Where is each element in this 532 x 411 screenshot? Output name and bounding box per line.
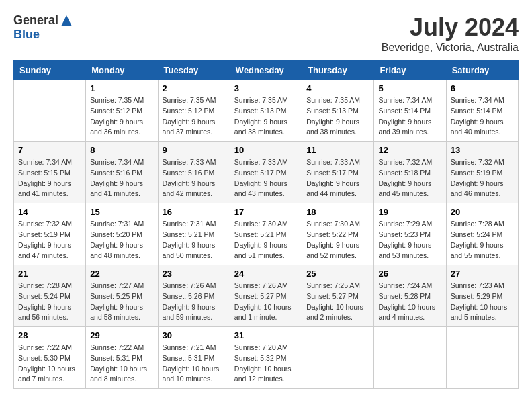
calendar-cell: 18Sunrise: 7:30 AMSunset: 5:22 PMDayligh… bbox=[302, 203, 374, 265]
calendar-cell: 6Sunrise: 7:34 AMSunset: 5:14 PMDaylight… bbox=[446, 80, 518, 142]
calendar-cell: 5Sunrise: 7:34 AMSunset: 5:14 PMDaylight… bbox=[374, 80, 446, 142]
day-info: Sunrise: 7:31 AMSunset: 5:20 PMDaylight:… bbox=[90, 219, 153, 261]
day-info: Sunrise: 7:23 AMSunset: 5:29 PMDaylight:… bbox=[451, 281, 514, 323]
day-number: 19 bbox=[378, 207, 441, 217]
day-info: Sunrise: 7:20 AMSunset: 5:32 PMDaylight:… bbox=[234, 342, 298, 385]
svg-marker-0 bbox=[61, 15, 72, 26]
day-number: 30 bbox=[163, 330, 226, 340]
day-number: 28 bbox=[18, 330, 81, 340]
calendar-cell: 20Sunrise: 7:28 AMSunset: 5:24 PMDayligh… bbox=[446, 203, 518, 265]
calendar-header-thursday: Thursday bbox=[302, 61, 374, 80]
calendar-cell: 26Sunrise: 7:24 AMSunset: 5:28 PMDayligh… bbox=[374, 265, 446, 327]
calendar-header-wednesday: Wednesday bbox=[230, 61, 302, 80]
day-info: Sunrise: 7:28 AMSunset: 5:24 PMDaylight:… bbox=[18, 281, 81, 323]
day-number: 16 bbox=[163, 207, 226, 217]
logo-blue-text: Blue bbox=[13, 28, 40, 42]
calendar-cell: 25Sunrise: 7:25 AMSunset: 5:27 PMDayligh… bbox=[302, 265, 374, 327]
day-info: Sunrise: 7:33 AMSunset: 5:17 PMDaylight:… bbox=[306, 157, 369, 199]
day-number: 12 bbox=[378, 145, 441, 155]
day-info: Sunrise: 7:33 AMSunset: 5:17 PMDaylight:… bbox=[234, 157, 298, 199]
day-info: Sunrise: 7:32 AMSunset: 5:18 PMDaylight:… bbox=[378, 157, 441, 199]
day-number: 23 bbox=[163, 269, 226, 279]
day-info: Sunrise: 7:26 AMSunset: 5:27 PMDaylight:… bbox=[234, 281, 298, 323]
calendar-header-sunday: Sunday bbox=[14, 61, 86, 80]
calendar-cell: 23Sunrise: 7:26 AMSunset: 5:26 PMDayligh… bbox=[158, 265, 230, 327]
day-number: 22 bbox=[90, 269, 153, 279]
day-info: Sunrise: 7:29 AMSunset: 5:23 PMDaylight:… bbox=[378, 219, 441, 261]
calendar-header-saturday: Saturday bbox=[446, 61, 518, 80]
logo-general-text: General bbox=[13, 13, 58, 28]
day-number: 10 bbox=[234, 145, 298, 155]
calendar-week-1: 1Sunrise: 7:35 AMSunset: 5:12 PMDaylight… bbox=[14, 80, 519, 142]
calendar-cell bbox=[374, 327, 446, 389]
calendar-cell: 19Sunrise: 7:29 AMSunset: 5:23 PMDayligh… bbox=[374, 203, 446, 265]
day-number: 31 bbox=[234, 330, 298, 340]
day-info: Sunrise: 7:30 AMSunset: 5:21 PMDaylight:… bbox=[234, 219, 298, 261]
calendar-cell: 4Sunrise: 7:35 AMSunset: 5:13 PMDaylight… bbox=[302, 80, 374, 142]
calendar-cell: 8Sunrise: 7:34 AMSunset: 5:16 PMDaylight… bbox=[86, 142, 158, 203]
calendar-table: SundayMondayTuesdayWednesdayThursdayFrid… bbox=[13, 60, 519, 389]
calendar-cell: 17Sunrise: 7:30 AMSunset: 5:21 PMDayligh… bbox=[230, 203, 302, 265]
calendar-cell: 3Sunrise: 7:35 AMSunset: 5:13 PMDaylight… bbox=[230, 80, 302, 142]
day-info: Sunrise: 7:27 AMSunset: 5:25 PMDaylight:… bbox=[90, 281, 153, 323]
page-header: General Blue July 2024 Beveridge, Victor… bbox=[13, 13, 519, 54]
day-number: 14 bbox=[18, 207, 81, 217]
day-info: Sunrise: 7:22 AMSunset: 5:30 PMDaylight:… bbox=[18, 342, 81, 385]
day-info: Sunrise: 7:35 AMSunset: 5:13 PMDaylight:… bbox=[234, 95, 298, 138]
day-number: 25 bbox=[306, 269, 369, 279]
day-number: 6 bbox=[451, 83, 514, 93]
day-info: Sunrise: 7:32 AMSunset: 5:19 PMDaylight:… bbox=[451, 157, 514, 199]
day-number: 3 bbox=[234, 83, 298, 93]
day-number: 18 bbox=[306, 207, 369, 217]
calendar-week-5: 28Sunrise: 7:22 AMSunset: 5:30 PMDayligh… bbox=[14, 327, 519, 389]
day-info: Sunrise: 7:34 AMSunset: 5:14 PMDaylight:… bbox=[378, 95, 441, 138]
day-info: Sunrise: 7:25 AMSunset: 5:27 PMDaylight:… bbox=[306, 281, 369, 323]
day-info: Sunrise: 7:35 AMSunset: 5:12 PMDaylight:… bbox=[163, 95, 226, 138]
calendar-cell: 15Sunrise: 7:31 AMSunset: 5:20 PMDayligh… bbox=[86, 203, 158, 265]
calendar-cell: 28Sunrise: 7:22 AMSunset: 5:30 PMDayligh… bbox=[14, 327, 86, 389]
day-number: 8 bbox=[90, 145, 153, 155]
day-info: Sunrise: 7:32 AMSunset: 5:19 PMDaylight:… bbox=[18, 219, 81, 261]
day-number: 21 bbox=[18, 269, 81, 279]
calendar-header-row: SundayMondayTuesdayWednesdayThursdayFrid… bbox=[14, 61, 519, 80]
calendar-cell bbox=[302, 327, 374, 389]
calendar-cell: 31Sunrise: 7:20 AMSunset: 5:32 PMDayligh… bbox=[230, 327, 302, 389]
calendar-header-monday: Monday bbox=[86, 61, 158, 80]
calendar-cell: 21Sunrise: 7:28 AMSunset: 5:24 PMDayligh… bbox=[14, 265, 86, 327]
day-number: 29 bbox=[90, 330, 153, 340]
calendar-week-2: 7Sunrise: 7:34 AMSunset: 5:15 PMDaylight… bbox=[14, 142, 519, 203]
calendar-header-friday: Friday bbox=[374, 61, 446, 80]
day-number: 27 bbox=[451, 269, 514, 279]
calendar-cell: 14Sunrise: 7:32 AMSunset: 5:19 PMDayligh… bbox=[14, 203, 86, 265]
day-info: Sunrise: 7:26 AMSunset: 5:26 PMDaylight:… bbox=[163, 281, 226, 323]
day-info: Sunrise: 7:31 AMSunset: 5:21 PMDaylight:… bbox=[163, 219, 226, 261]
day-info: Sunrise: 7:34 AMSunset: 5:14 PMDaylight:… bbox=[451, 95, 514, 138]
calendar-cell: 12Sunrise: 7:32 AMSunset: 5:18 PMDayligh… bbox=[374, 142, 446, 203]
calendar-cell: 2Sunrise: 7:35 AMSunset: 5:12 PMDaylight… bbox=[158, 80, 230, 142]
location-subtitle: Beveridge, Victoria, Australia bbox=[382, 42, 519, 54]
calendar-cell: 11Sunrise: 7:33 AMSunset: 5:17 PMDayligh… bbox=[302, 142, 374, 203]
day-info: Sunrise: 7:21 AMSunset: 5:31 PMDaylight:… bbox=[163, 342, 226, 385]
day-info: Sunrise: 7:28 AMSunset: 5:24 PMDaylight:… bbox=[451, 219, 514, 261]
day-info: Sunrise: 7:35 AMSunset: 5:12 PMDaylight:… bbox=[90, 95, 153, 138]
logo-icon bbox=[60, 14, 73, 28]
day-number: 4 bbox=[306, 83, 369, 93]
calendar-cell bbox=[446, 327, 518, 389]
calendar-cell: 13Sunrise: 7:32 AMSunset: 5:19 PMDayligh… bbox=[446, 142, 518, 203]
calendar-cell: 30Sunrise: 7:21 AMSunset: 5:31 PMDayligh… bbox=[158, 327, 230, 389]
calendar-cell: 16Sunrise: 7:31 AMSunset: 5:21 PMDayligh… bbox=[158, 203, 230, 265]
day-number: 15 bbox=[90, 207, 153, 217]
day-number: 1 bbox=[90, 83, 153, 93]
day-info: Sunrise: 7:35 AMSunset: 5:13 PMDaylight:… bbox=[306, 95, 369, 138]
day-info: Sunrise: 7:34 AMSunset: 5:15 PMDaylight:… bbox=[18, 157, 81, 199]
calendar-cell: 22Sunrise: 7:27 AMSunset: 5:25 PMDayligh… bbox=[86, 265, 158, 327]
calendar-cell bbox=[14, 80, 86, 142]
logo: General Blue bbox=[13, 13, 73, 42]
day-number: 13 bbox=[451, 145, 514, 155]
day-number: 11 bbox=[306, 145, 369, 155]
day-info: Sunrise: 7:22 AMSunset: 5:31 PMDaylight:… bbox=[90, 342, 153, 385]
calendar-week-3: 14Sunrise: 7:32 AMSunset: 5:19 PMDayligh… bbox=[14, 203, 519, 265]
day-number: 5 bbox=[378, 83, 441, 93]
day-info: Sunrise: 7:24 AMSunset: 5:28 PMDaylight:… bbox=[378, 281, 441, 323]
calendar-cell: 24Sunrise: 7:26 AMSunset: 5:27 PMDayligh… bbox=[230, 265, 302, 327]
